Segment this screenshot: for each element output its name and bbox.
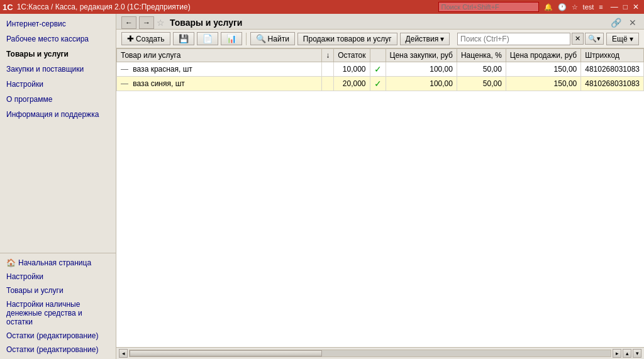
col-header-remain[interactable]: Остаток — [334, 49, 370, 62]
more-button[interactable]: Ещё ▾ — [606, 33, 639, 45]
table-area: Товар или услуга ↓ Остаток Цена закупки,… — [116, 48, 644, 347]
list-search-input[interactable] — [457, 33, 570, 45]
actions-label: Действия — [406, 35, 439, 43]
app-icon: 1С — [3, 3, 13, 12]
clock-icon: 🕐 — [558, 3, 567, 11]
search-clear-button[interactable]: ✕ — [572, 33, 584, 45]
table-header-row: Товар или услуга ↓ Остаток Цена закупки,… — [117, 49, 644, 62]
actions-arrow-icon: ▾ — [440, 35, 444, 43]
table-row[interactable]: — ваза красная, шт 10,000 ✓ 100,00 50,00… — [117, 62, 644, 77]
sidebar-item-about[interactable]: О программе — [0, 92, 116, 107]
col-header-price-sell[interactable]: Цена продажи, руб — [506, 49, 580, 62]
back-button[interactable]: ← — [121, 16, 136, 29]
sidebar-top: Интернет-сервис Рабочее место кассира То… — [0, 14, 116, 253]
maximize-button[interactable]: □ — [621, 2, 630, 12]
close-button[interactable]: ✕ — [630, 2, 641, 12]
scrollbar-thumb[interactable] — [130, 350, 322, 356]
horizontal-scrollbar: ◂ ▸ ▴ ▾ — [116, 347, 644, 359]
cell-price-sell-0: 150,00 — [506, 62, 580, 77]
sidebar-bottom-home[interactable]: 🏠 Начальная страница — [0, 256, 116, 270]
col-header-name[interactable]: Товар или услуга — [117, 49, 322, 62]
tab-title: Товары и услуги — [170, 18, 242, 28]
app-layout: Интернет-сервис Рабочее место кассира То… — [0, 14, 644, 359]
toolbar-search: ✕ 🔍 ▾ — [457, 33, 604, 45]
global-search-input[interactable] — [438, 2, 539, 12]
row-name-0: ваза красная, шт — [133, 65, 192, 74]
toolbar-separator1 — [246, 33, 247, 45]
col-header-price-buy[interactable]: Цена закупки, руб — [386, 49, 457, 62]
copy-button[interactable]: 📄 — [197, 32, 218, 45]
col-header-barcode[interactable]: Штрихкод — [581, 49, 644, 62]
sales-button[interactable]: Продажи товаров и услуг — [297, 33, 397, 45]
cell-barcode-1: 4810268031083 — [581, 77, 644, 91]
create-icon: ✚ — [127, 34, 134, 43]
sidebar-bottom-remains2-label: Остатки (редактирование) — [6, 345, 99, 354]
create-button[interactable]: ✚ Создать — [121, 32, 170, 45]
sidebar-item-internet-service[interactable]: Интернет-сервис — [0, 16, 116, 31]
table-row[interactable]: — ваза синяя, шт 20,000 ✓ 100,00 50,00 1… — [117, 77, 644, 91]
cell-name-0: — ваза красная, шт — [117, 62, 322, 77]
sidebar-bottom-cash-settings[interactable]: Настройки наличные денежные средства и о… — [0, 297, 116, 329]
forward-button[interactable]: → — [139, 16, 154, 29]
more-label: Ещё — [612, 35, 628, 43]
col-header-flag[interactable] — [370, 49, 386, 62]
title-bar: 1С 1С:Касса / Касса, редакция 2.0 (1С:Пр… — [0, 0, 644, 14]
save-button[interactable]: 💾 — [173, 32, 194, 45]
cell-price-sell-1: 150,00 — [506, 77, 580, 91]
cell-remain-0: 10,000 — [334, 62, 370, 77]
cell-name-1: — ваза синяя, шт — [117, 77, 322, 91]
row-dash-0: — — [121, 65, 128, 74]
cell-barcode-0: 4810268031083 — [581, 62, 644, 77]
sidebar-item-info-support[interactable]: Информация и поддержка — [0, 107, 116, 122]
scroll-up-button[interactable]: ▴ — [623, 349, 631, 358]
minimize-button[interactable]: — — [608, 2, 621, 12]
sidebar-item-cashier-workplace[interactable]: Рабочее место кассира — [0, 31, 116, 47]
menu-icon[interactable]: ≡ — [599, 3, 602, 11]
tab-link-button[interactable]: 🔗 — [608, 16, 624, 29]
cell-markup-0: 50,00 — [457, 62, 506, 77]
scroll-right-button[interactable]: ▸ — [613, 349, 621, 358]
scroll-down-button[interactable]: ▾ — [633, 349, 641, 358]
actions-button[interactable]: Действия ▾ — [400, 33, 450, 45]
user-label: test — [583, 3, 594, 11]
report-button[interactable]: 📊 — [221, 32, 242, 45]
sidebar-item-settings[interactable]: Настройки — [0, 77, 116, 92]
favorite-star[interactable]: ☆ — [157, 18, 165, 28]
sales-label: Продажи товаров и услуг — [303, 35, 392, 43]
cell-flag-1: ✓ — [370, 77, 386, 91]
col-header-sort[interactable]: ↓ — [322, 49, 334, 62]
app-title: 1С:Касса / Касса, редакция 2.0 (1С:Предп… — [17, 3, 438, 11]
scrollbar-track[interactable] — [129, 350, 611, 357]
star-icon: ☆ — [572, 3, 578, 11]
find-button[interactable]: 🔍 Найти — [250, 32, 295, 45]
search-go-arrow: ▾ — [597, 35, 601, 43]
sidebar-bottom-remains2[interactable]: Остатки (редактирование) — [0, 343, 116, 356]
check-icon-0: ✓ — [374, 64, 382, 74]
tab-bar: ← → ☆ Товары и услуги 🔗 ✕ — [116, 14, 644, 30]
cell-remain-1: 20,000 — [334, 77, 370, 91]
sidebar-item-goods-services[interactable]: Товары и услуги — [0, 47, 116, 62]
find-icon: 🔍 — [256, 34, 266, 43]
tab-close-button[interactable]: ✕ — [626, 16, 639, 29]
scroll-left-button[interactable]: ◂ — [119, 349, 128, 358]
create-label: Создать — [136, 35, 165, 43]
search-go-button[interactable]: 🔍 ▾ — [585, 33, 604, 45]
sidebar-bottom-remains1[interactable]: Остатки (редактирование) — [0, 329, 116, 343]
find-label: Найти — [268, 35, 289, 43]
sidebar-bottom-settings2[interactable]: Настройки — [0, 270, 116, 284]
copy-icon: 📄 — [203, 34, 213, 43]
goods-table: Товар или услуга ↓ Остаток Цена закупки,… — [116, 48, 644, 91]
check-icon-1: ✓ — [374, 79, 382, 89]
home-icon: 🏠 — [6, 258, 16, 267]
sidebar-bottom-home-label: Начальная страница — [18, 258, 91, 267]
cell-flag-0: ✓ — [370, 62, 386, 77]
col-header-markup[interactable]: Наценка, % — [457, 49, 506, 62]
sidebar: Интернет-сервис Рабочее место кассира То… — [0, 14, 116, 359]
report-icon: 📊 — [226, 34, 236, 43]
sidebar-bottom-remains1-label: Остатки (редактирование) — [6, 331, 99, 340]
cell-sort-1 — [322, 77, 334, 91]
more-arrow-icon: ▾ — [630, 35, 633, 43]
sidebar-item-purchases-suppliers[interactable]: Закупки и поставщики — [0, 62, 116, 77]
sidebar-bottom-goods2[interactable]: Товары и услуги — [0, 284, 116, 297]
sidebar-bottom: 🏠 Начальная страница Настройки Товары и … — [0, 253, 116, 359]
